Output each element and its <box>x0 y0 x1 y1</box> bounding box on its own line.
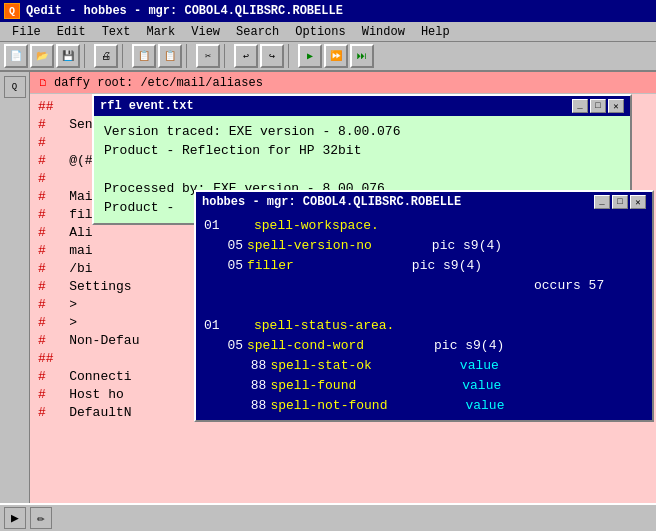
cobol-line-7: 88 spell-stat-ok value <box>204 356 644 376</box>
menu-view[interactable]: View <box>183 24 228 40</box>
menu-help[interactable]: Help <box>413 24 458 40</box>
cobol-line-2: 05 spell-version-no pic s9(4) <box>204 236 644 256</box>
popup-rflevent-controls: _ □ ✕ <box>572 99 624 113</box>
toolbar-save[interactable]: 💾 <box>56 44 80 68</box>
cobol-maximize[interactable]: □ <box>612 195 628 209</box>
cobol-line-8: 88 spell-found value <box>204 376 644 396</box>
toolbar-new[interactable]: 📄 <box>4 44 28 68</box>
minimize-button[interactable]: _ <box>572 99 588 113</box>
toolbar-print[interactable]: 🖨 <box>94 44 118 68</box>
popup-cobol-controls: _ □ ✕ <box>594 195 646 209</box>
popup-cobol-title-text: hobbes - mgr: COBOL4.QLIBSRC.ROBELLE <box>202 195 461 209</box>
toolbar-run1[interactable]: ▶ <box>298 44 322 68</box>
app-icon: Q <box>4 3 20 19</box>
toolbar-copy[interactable]: 📋 <box>132 44 156 68</box>
cobol-content[interactable]: 01 spell-workspace. 05 spell-version-no … <box>196 212 652 420</box>
window-title: Qedit - hobbes - mgr: COBOL4.QLIBSRC.ROB… <box>26 4 343 18</box>
toolbar: 📄 📂 💾 🖨 📋 📋 ✂ ↩ ↪ ▶ ⏩ ⏭ <box>0 42 656 72</box>
popup-cobol-title[interactable]: hobbes - mgr: COBOL4.QLIBSRC.ROBELLE _ □… <box>196 192 652 212</box>
file-tab: 🗋 daffy root: /etc/mail/aliases <box>30 72 656 94</box>
status-icon-edit[interactable]: ✏ <box>30 507 52 529</box>
toolbar-sep1 <box>84 44 90 68</box>
cobol-line-9: 88 spell-not-found value <box>204 396 644 416</box>
menu-edit[interactable]: Edit <box>49 24 94 40</box>
menu-text[interactable]: Text <box>94 24 139 40</box>
popup-rflevent-title[interactable]: rfl event.txt _ □ ✕ <box>94 96 630 116</box>
cobol-line-3: 05 filler pic s9(4) <box>204 256 644 276</box>
toolbar-run2[interactable]: ⏩ <box>324 44 348 68</box>
line-prefix-3: # <box>38 135 46 150</box>
line-prefix-1: ## <box>38 99 54 114</box>
cobol-line-5: 01 spell-status-area. <box>204 316 644 336</box>
cobol-minimize[interactable]: _ <box>594 195 610 209</box>
file-tab-icon: 🗋 <box>38 77 48 89</box>
popup-cobol[interactable]: hobbes - mgr: COBOL4.QLIBSRC.ROBELLE _ □… <box>194 190 654 422</box>
cobol-line-4 <box>204 296 644 316</box>
cobol-line-6: 05 spell-cond-word pic s9(4) <box>204 336 644 356</box>
toolbar-sep4 <box>224 44 230 68</box>
editor-area: 🗋 daffy root: /etc/mail/aliases ## # Sen… <box>30 72 656 531</box>
cobol-close[interactable]: ✕ <box>630 195 646 209</box>
toolbar-run3[interactable]: ⏭ <box>350 44 374 68</box>
toolbar-paste[interactable]: 📋 <box>158 44 182 68</box>
menu-mark[interactable]: Mark <box>138 24 183 40</box>
toolbar-undo[interactable]: ↩ <box>234 44 258 68</box>
main-area: Q 🗋 daffy root: /etc/mail/aliases ## # S… <box>0 72 656 531</box>
menu-search[interactable]: Search <box>228 24 287 40</box>
line-prefix-2: # <box>38 117 46 132</box>
rflevent-line-3 <box>104 160 620 179</box>
toolbar-redo[interactable]: ↪ <box>260 44 284 68</box>
maximize-button[interactable]: □ <box>590 99 606 113</box>
status-bar: ▶ ✏ <box>0 503 656 531</box>
toolbar-open[interactable]: 📂 <box>30 44 54 68</box>
toolbar-sep2 <box>122 44 128 68</box>
close-button[interactable]: ✕ <box>608 99 624 113</box>
menu-bar: File Edit Text Mark View Search Options … <box>0 22 656 42</box>
menu-window[interactable]: Window <box>354 24 413 40</box>
sidebar-icon-1[interactable]: Q <box>4 76 26 98</box>
title-bar: Q Qedit - hobbes - mgr: COBOL4.QLIBSRC.R… <box>0 0 656 22</box>
popup-rflevent[interactable]: rfl event.txt _ □ ✕ Version traced: EXE … <box>92 94 632 225</box>
cobol-line-3b: occurs 57 <box>204 276 644 296</box>
popup-rflevent-title-text: rfl event.txt <box>100 99 194 113</box>
toolbar-sep5 <box>288 44 294 68</box>
toolbar-sep3 <box>186 44 192 68</box>
cobol-line-1: 01 spell-workspace. <box>204 216 644 236</box>
rflevent-line-1: Version traced: EXE version - 8.00.076 <box>104 122 620 141</box>
status-icon-play[interactable]: ▶ <box>4 507 26 529</box>
editor-content[interactable]: ## # Sendmail Alias File # # @(# # # Mai… <box>30 94 656 531</box>
toolbar-cut[interactable]: ✂ <box>196 44 220 68</box>
sidebar: Q <box>0 72 30 531</box>
menu-file[interactable]: File <box>4 24 49 40</box>
menu-options[interactable]: Options <box>287 24 353 40</box>
rflevent-line-2: Product - Reflection for HP 32bit <box>104 141 620 160</box>
file-tab-path: daffy root: /etc/mail/aliases <box>54 76 263 90</box>
